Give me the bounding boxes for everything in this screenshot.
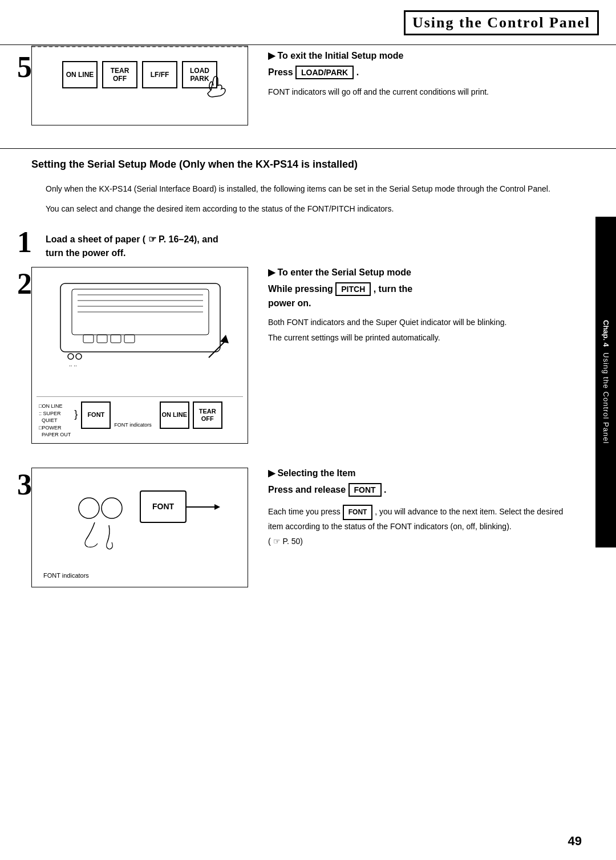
step3-right-text: ▶ Selecting the Item Press and release F…: [268, 468, 570, 546]
step3-number: 3: [17, 468, 32, 501]
svg-point-14: [79, 498, 99, 518]
indicator-online: □ON LINE: [39, 403, 71, 410]
step5-number: 5: [17, 50, 32, 84]
svg-point-12: [76, 354, 82, 359]
step2-diagram: ·· ·· □ON LINE :: SUPER QUIET □POWER PAP…: [31, 267, 248, 444]
btn-tearoff2: TEAROFF: [193, 401, 222, 429]
step3-heading: ▶ Selecting the Item: [268, 468, 570, 478]
step5-right-text: ▶ To exit the Initial Setup mode Press L…: [268, 50, 553, 98]
step2-subheading2: power on.: [268, 298, 570, 309]
step2-body2: The current settings will be printed aut…: [268, 332, 570, 344]
step2-number: 2: [17, 267, 32, 301]
font-indicators-label3: FONT indicators: [43, 572, 89, 579]
serial-section-heading: Setting the Serial Setup Mode (Only when…: [31, 159, 358, 171]
svg-rect-9: [124, 335, 135, 343]
serial-body2: You can select and change the desired it…: [46, 202, 559, 215]
font-inline-btn: FONT: [343, 505, 373, 520]
step3-body2: ( ☞ P. 50): [268, 537, 570, 546]
svg-text:FONT: FONT: [152, 502, 175, 511]
page-number: 49: [568, 834, 582, 849]
btn-online: ON LINE: [62, 61, 98, 88]
indicator-power: □POWER PAPER OUT: [39, 424, 71, 439]
svg-point-11: [68, 354, 74, 359]
svg-marker-18: [214, 504, 220, 510]
section-divider: [0, 148, 616, 149]
font-indicators-label2: FONT indicators: [114, 422, 151, 428]
step5-subheading: Press LOAD/PARK .: [268, 66, 553, 79]
chap-label: Chap. 4: [602, 320, 610, 347]
step5-diagram: ON LINE TEAROFF LF/FF LOADPARK: [31, 46, 248, 125]
btn-font2: FONT: [81, 401, 111, 429]
serial-body1: Only when the KX-PS14 (Serial Interface …: [46, 182, 559, 195]
chapter-tab: Chap. 4 Using the Control Panel: [595, 217, 616, 547]
svg-rect-6: [83, 335, 94, 343]
step3-subheading: Press and release FONT .: [268, 483, 570, 497]
svg-rect-8: [111, 335, 121, 343]
svg-point-15: [102, 498, 122, 518]
svg-rect-0: [60, 283, 220, 352]
btn-tearoff: TEAROFF: [102, 61, 137, 88]
step5-body: FONT indicators will go off and the curr…: [268, 86, 553, 98]
step3-body1: Each time you press FONT , you will adva…: [268, 505, 570, 533]
step5-heading: ▶ To exit the Initial Setup mode: [268, 50, 553, 61]
svg-text:·· ··: ·· ··: [69, 363, 77, 369]
tab-text: Using the Control Panel: [602, 352, 610, 444]
step1-number: 1: [17, 225, 32, 259]
font-btn-label: FONT: [348, 483, 382, 497]
loadpark-btn-label: LOAD/PARK: [295, 66, 354, 79]
step1-text: Load a sheet of paper ( ☞ P. 16–24), and…: [46, 233, 536, 260]
btn-lf-ff: LF/FF: [142, 61, 177, 88]
btn-online2: ON LINE: [160, 401, 189, 429]
step2-body1: Both FONT indicators and the Super Quiet…: [268, 317, 570, 328]
page-title: Using the Control Panel: [404, 10, 599, 35]
step2-heading: ▶ To enter the Serial Setup mode: [268, 267, 570, 278]
btn-loadpark: LOADPARK: [182, 61, 217, 88]
header-divider: [0, 44, 616, 45]
step2-right-text: ▶ To enter the Serial Setup mode While p…: [268, 267, 570, 344]
step3-diagram: FONT FONT indicators: [31, 468, 248, 587]
svg-rect-7: [97, 335, 107, 343]
indicator-super: :: SUPER QUIET: [39, 410, 71, 424]
pitch-btn-label: PITCH: [335, 282, 371, 296]
svg-marker-10: [220, 335, 229, 343]
step2-subheading1: While pressing PITCH , turn the: [268, 282, 570, 296]
